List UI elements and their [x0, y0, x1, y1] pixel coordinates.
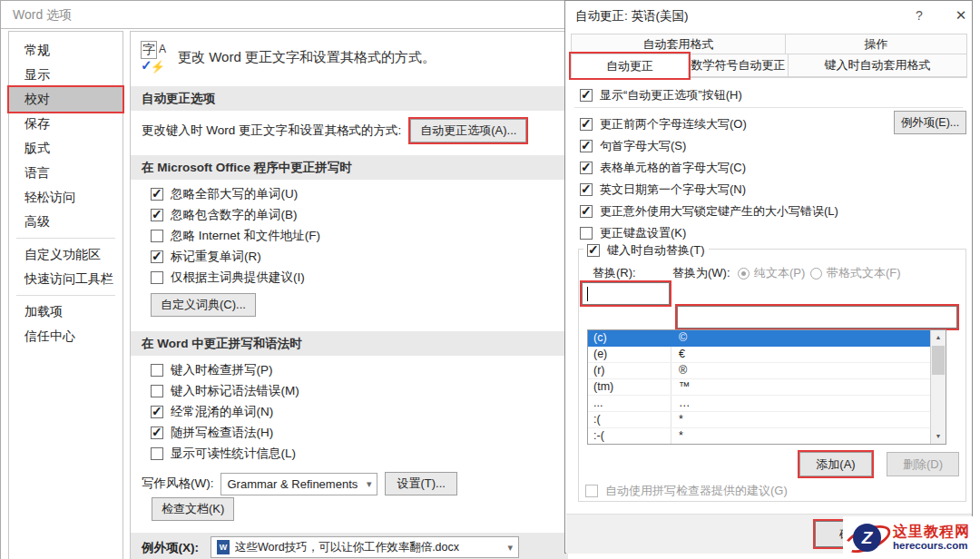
tab-actions[interactable]: 操作: [785, 34, 967, 54]
autocorrect-options-button[interactable]: 自动更正选项(A)...: [410, 119, 526, 142]
writing-style-select[interactable]: Grammar & Refinements ▾: [220, 473, 377, 495]
tab-autoformat-as-you-type[interactable]: 键入时自动套用格式: [788, 54, 967, 77]
table-row[interactable]: :-( *: [588, 428, 930, 444]
checkbox-flag-repeated-words[interactable]: 标记重复单词(R): [151, 249, 261, 265]
sidebar-item-proofing[interactable]: 校对: [9, 87, 122, 112]
sidebar-item-addins[interactable]: 加载项: [9, 299, 122, 324]
checkbox-box[interactable]: [580, 118, 593, 131]
checkbox-correct-caps-lock[interactable]: 更正意外使用大写锁定键产生的大小写错误(L): [580, 203, 838, 220]
checkbox-box[interactable]: [151, 447, 163, 460]
radio-circle[interactable]: [810, 268, 822, 280]
replace-input[interactable]: [582, 282, 670, 305]
checkbox-replace-text-as-you-type[interactable]: 键入时自动替换(T): [583, 242, 709, 259]
checkbox-capitalize-first-letter-sentences[interactable]: 句首字母大写(S): [580, 138, 686, 154]
table-row[interactable]: (r) ®: [588, 363, 930, 379]
exceptions-select[interactable]: W 这些Word技巧，可以让你工作效率翻倍.docx ▾: [211, 536, 519, 558]
tab-autocorrect[interactable]: 自动更正: [571, 54, 689, 78]
checkbox-box[interactable]: [151, 385, 163, 397]
add-button[interactable]: 添加(A): [799, 452, 872, 476]
replace-to-cell: *: [671, 412, 930, 427]
checkbox-box[interactable]: [580, 140, 593, 152]
autocorrect-options-row: 更改键入时 Word 更正文字和设置其格式的方式: 自动更正选项(A)...: [142, 119, 526, 142]
checkbox-box[interactable]: [580, 227, 593, 240]
checkbox-ignore-words-with-numbers[interactable]: 忽略包含数字的单词(B): [151, 207, 298, 223]
window-title: Word 选项: [13, 7, 72, 24]
checkbox-use-speller-suggestions[interactable]: 自动使用拼写检查器提供的建议(G): [585, 483, 788, 499]
tab-autoformat[interactable]: 自动套用格式: [571, 34, 786, 54]
delete-button[interactable]: 删除(D): [887, 452, 959, 476]
checkbox-ignore-internet-addresses[interactable]: 忽略 Internet 和文件地址(F): [151, 228, 320, 244]
section-header-autocorrect-options: 自动更正选项: [131, 86, 568, 111]
word-doc-icon: W: [217, 540, 230, 554]
sidebar-item-advanced[interactable]: 高级: [9, 210, 122, 234]
checkbox-main-dictionary-only[interactable]: 仅根据主词典提供建议(I): [151, 270, 305, 286]
checkbox-box[interactable]: [587, 244, 600, 257]
settings-button[interactable]: 设置(T)...: [385, 472, 456, 495]
checkbox-box[interactable]: [580, 89, 593, 102]
sidebar-item-trust-center[interactable]: 信任中心: [9, 324, 122, 348]
checkbox-box[interactable]: [151, 230, 163, 242]
radio-circle[interactable]: [738, 268, 750, 280]
replace-with-input[interactable]: [677, 306, 957, 329]
exceptions-value: 这些Word技巧，可以让你工作效率翻倍.docx: [235, 540, 459, 555]
table-row[interactable]: (tm) ™: [588, 379, 930, 396]
radio-label: 带格式文本(F): [827, 265, 901, 281]
sidebar-item-accessibility[interactable]: 轻松访问: [9, 185, 122, 210]
check-document-button[interactable]: 检查文档(K): [152, 497, 234, 521]
table-row[interactable]: ... …: [588, 396, 930, 412]
checkbox-ignore-uppercase-words[interactable]: 忽略全部大写的单词(U): [151, 186, 298, 202]
checkbox-show-autocorrect-buttons[interactable]: 显示“自动更正选项”按钮(H): [580, 87, 742, 103]
writing-style-value: Grammar & Refinements: [227, 477, 358, 491]
checkbox-frequently-confused-words[interactable]: 经常混淆的单词(N): [151, 404, 273, 420]
checkbox-box[interactable]: [151, 427, 163, 439]
checkbox-label: 仅根据主词典提供建议(I): [171, 270, 305, 286]
sidebar-item-layout[interactable]: 版式: [9, 136, 122, 161]
radio-formatted-text[interactable]: 带格式文本(F): [810, 265, 901, 281]
custom-dictionaries-button[interactable]: 自定义词典(C)...: [151, 293, 256, 317]
checkbox-correct-two-initial-capitals[interactable]: 更正前两个字母连续大写(O): [580, 116, 747, 132]
sidebar-item-general[interactable]: 常规: [9, 38, 122, 63]
close-icon[interactable]: ✕: [950, 5, 972, 25]
exceptions-button[interactable]: 例外项(E)...: [894, 111, 966, 134]
checkbox-box[interactable]: [580, 183, 593, 196]
writing-style-row: 写作风格(W): Grammar & Refinements ▾ 设置(T)..…: [142, 472, 457, 495]
tab-math-autocorrect[interactable]: 数学符号自动更正: [688, 54, 789, 77]
checkbox-capitalize-names-of-days[interactable]: 英文日期第一个字母大写(N): [580, 181, 746, 198]
radio-plain-text[interactable]: 纯文本(P): [738, 265, 805, 281]
titlebar-divider: [1, 28, 568, 29]
radio-label: 纯文本(P): [754, 265, 805, 281]
table-row[interactable]: :( *: [588, 412, 930, 428]
sidebar-item-customize-ribbon[interactable]: 自定义功能区: [9, 242, 122, 267]
separator: [574, 107, 963, 108]
help-icon[interactable]: ?: [908, 5, 930, 25]
checkbox-box[interactable]: [151, 250, 163, 263]
checkbox-box[interactable]: [585, 485, 598, 497]
writing-style-label: 写作风格(W):: [142, 476, 213, 492]
chevron-down-icon: ▾: [367, 478, 372, 490]
sidebar-item-quick-access-toolbar[interactable]: 快速访问工具栏: [9, 267, 122, 291]
scroll-up-icon[interactable]: ▲: [931, 330, 946, 345]
sidebar-item-display[interactable]: 显示: [9, 63, 122, 87]
checkbox-label: 显示“自动更正选项”按钮(H): [600, 87, 742, 103]
checkbox-box[interactable]: [151, 271, 163, 284]
checkbox-mark-grammar-errors[interactable]: 键入时标记语法错误(M): [151, 383, 299, 399]
table-row[interactable]: (e) €: [588, 347, 930, 363]
checkbox-box[interactable]: [580, 162, 593, 174]
checkbox-readability-statistics[interactable]: 显示可读性统计信息(L): [151, 446, 296, 462]
scroll-down-icon[interactable]: ▼: [931, 429, 946, 444]
table-scrollbar[interactable]: ▲ ▼: [930, 330, 946, 444]
checkbox-box[interactable]: [151, 209, 163, 221]
scrollbar-thumb[interactable]: [932, 346, 945, 375]
checkbox-box[interactable]: [151, 364, 163, 377]
checkbox-correct-keyboard-setting[interactable]: 更正键盘设置(K): [580, 225, 686, 241]
checkbox-box[interactable]: [151, 406, 163, 418]
checkbox-capitalize-table-cells[interactable]: 表格单元格的首字母大写(C): [580, 160, 746, 176]
replace-to-cell: ©: [671, 330, 930, 346]
checkbox-grammar-with-spelling[interactable]: 随拼写检查语法(H): [151, 425, 273, 441]
checkbox-check-spelling-as-you-type[interactable]: 键入时检查拼写(P): [151, 362, 273, 378]
table-row[interactable]: (c) ©: [588, 330, 930, 347]
checkbox-box[interactable]: [151, 188, 163, 201]
sidebar-item-save[interactable]: 保存: [9, 112, 122, 136]
sidebar-item-language[interactable]: 语言: [9, 161, 122, 185]
checkbox-box[interactable]: [580, 205, 593, 218]
